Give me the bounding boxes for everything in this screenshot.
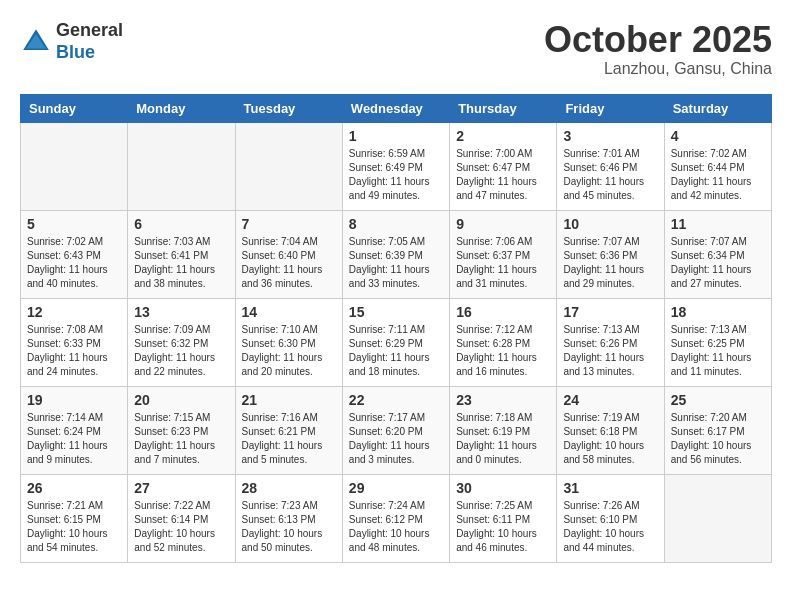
calendar-cell: 25Sunrise: 7:20 AM Sunset: 6:17 PM Dayli…: [664, 386, 771, 474]
day-info: Sunrise: 7:02 AM Sunset: 6:44 PM Dayligh…: [671, 147, 765, 203]
calendar-cell: 18Sunrise: 7:13 AM Sunset: 6:25 PM Dayli…: [664, 298, 771, 386]
calendar-cell: 5Sunrise: 7:02 AM Sunset: 6:43 PM Daylig…: [21, 210, 128, 298]
day-number: 27: [134, 480, 228, 496]
calendar-cell: 22Sunrise: 7:17 AM Sunset: 6:20 PM Dayli…: [342, 386, 449, 474]
calendar-week-row: 1Sunrise: 6:59 AM Sunset: 6:49 PM Daylig…: [21, 122, 772, 210]
day-info: Sunrise: 7:22 AM Sunset: 6:14 PM Dayligh…: [134, 499, 228, 555]
logo-icon: [20, 26, 52, 58]
day-info: Sunrise: 7:11 AM Sunset: 6:29 PM Dayligh…: [349, 323, 443, 379]
logo-general-text: General: [56, 20, 123, 40]
day-number: 15: [349, 304, 443, 320]
calendar-cell: 4Sunrise: 7:02 AM Sunset: 6:44 PM Daylig…: [664, 122, 771, 210]
day-info: Sunrise: 7:05 AM Sunset: 6:39 PM Dayligh…: [349, 235, 443, 291]
day-info: Sunrise: 7:08 AM Sunset: 6:33 PM Dayligh…: [27, 323, 121, 379]
weekday-header-thursday: Thursday: [450, 94, 557, 122]
month-title: October 2025: [544, 20, 772, 60]
calendar-week-row: 5Sunrise: 7:02 AM Sunset: 6:43 PM Daylig…: [21, 210, 772, 298]
calendar-cell: 13Sunrise: 7:09 AM Sunset: 6:32 PM Dayli…: [128, 298, 235, 386]
title-block: October 2025 Lanzhou, Gansu, China: [544, 20, 772, 78]
page-header: General Blue October 2025 Lanzhou, Gansu…: [20, 20, 772, 78]
day-number: 17: [563, 304, 657, 320]
calendar-table: SundayMondayTuesdayWednesdayThursdayFrid…: [20, 94, 772, 563]
calendar-cell: 15Sunrise: 7:11 AM Sunset: 6:29 PM Dayli…: [342, 298, 449, 386]
calendar-cell: 11Sunrise: 7:07 AM Sunset: 6:34 PM Dayli…: [664, 210, 771, 298]
weekday-header-row: SundayMondayTuesdayWednesdayThursdayFrid…: [21, 94, 772, 122]
calendar-cell: 28Sunrise: 7:23 AM Sunset: 6:13 PM Dayli…: [235, 474, 342, 562]
calendar-cell: 24Sunrise: 7:19 AM Sunset: 6:18 PM Dayli…: [557, 386, 664, 474]
day-number: 10: [563, 216, 657, 232]
day-info: Sunrise: 7:21 AM Sunset: 6:15 PM Dayligh…: [27, 499, 121, 555]
day-number: 30: [456, 480, 550, 496]
day-info: Sunrise: 7:03 AM Sunset: 6:41 PM Dayligh…: [134, 235, 228, 291]
day-info: Sunrise: 7:09 AM Sunset: 6:32 PM Dayligh…: [134, 323, 228, 379]
calendar-cell: 1Sunrise: 6:59 AM Sunset: 6:49 PM Daylig…: [342, 122, 449, 210]
day-info: Sunrise: 6:59 AM Sunset: 6:49 PM Dayligh…: [349, 147, 443, 203]
calendar-cell: 6Sunrise: 7:03 AM Sunset: 6:41 PM Daylig…: [128, 210, 235, 298]
logo-blue-text: Blue: [56, 42, 95, 62]
calendar-cell: 9Sunrise: 7:06 AM Sunset: 6:37 PM Daylig…: [450, 210, 557, 298]
day-info: Sunrise: 7:13 AM Sunset: 6:26 PM Dayligh…: [563, 323, 657, 379]
calendar-cell: [664, 474, 771, 562]
calendar-cell: [21, 122, 128, 210]
calendar-cell: 7Sunrise: 7:04 AM Sunset: 6:40 PM Daylig…: [235, 210, 342, 298]
day-number: 29: [349, 480, 443, 496]
day-number: 14: [242, 304, 336, 320]
day-info: Sunrise: 7:26 AM Sunset: 6:10 PM Dayligh…: [563, 499, 657, 555]
calendar-cell: 31Sunrise: 7:26 AM Sunset: 6:10 PM Dayli…: [557, 474, 664, 562]
day-info: Sunrise: 7:10 AM Sunset: 6:30 PM Dayligh…: [242, 323, 336, 379]
day-info: Sunrise: 7:00 AM Sunset: 6:47 PM Dayligh…: [456, 147, 550, 203]
day-info: Sunrise: 7:07 AM Sunset: 6:36 PM Dayligh…: [563, 235, 657, 291]
day-info: Sunrise: 7:15 AM Sunset: 6:23 PM Dayligh…: [134, 411, 228, 467]
day-number: 7: [242, 216, 336, 232]
day-number: 25: [671, 392, 765, 408]
calendar-cell: 29Sunrise: 7:24 AM Sunset: 6:12 PM Dayli…: [342, 474, 449, 562]
day-info: Sunrise: 7:16 AM Sunset: 6:21 PM Dayligh…: [242, 411, 336, 467]
calendar-cell: 2Sunrise: 7:00 AM Sunset: 6:47 PM Daylig…: [450, 122, 557, 210]
day-number: 3: [563, 128, 657, 144]
day-number: 20: [134, 392, 228, 408]
day-number: 23: [456, 392, 550, 408]
calendar-cell: 19Sunrise: 7:14 AM Sunset: 6:24 PM Dayli…: [21, 386, 128, 474]
day-number: 13: [134, 304, 228, 320]
calendar-week-row: 12Sunrise: 7:08 AM Sunset: 6:33 PM Dayli…: [21, 298, 772, 386]
calendar-cell: 20Sunrise: 7:15 AM Sunset: 6:23 PM Dayli…: [128, 386, 235, 474]
day-info: Sunrise: 7:14 AM Sunset: 6:24 PM Dayligh…: [27, 411, 121, 467]
day-number: 31: [563, 480, 657, 496]
location-text: Lanzhou, Gansu, China: [544, 60, 772, 78]
weekday-header-friday: Friday: [557, 94, 664, 122]
calendar-cell: 10Sunrise: 7:07 AM Sunset: 6:36 PM Dayli…: [557, 210, 664, 298]
day-number: 28: [242, 480, 336, 496]
day-info: Sunrise: 7:24 AM Sunset: 6:12 PM Dayligh…: [349, 499, 443, 555]
weekday-header-wednesday: Wednesday: [342, 94, 449, 122]
day-number: 4: [671, 128, 765, 144]
calendar-cell: 12Sunrise: 7:08 AM Sunset: 6:33 PM Dayli…: [21, 298, 128, 386]
logo: General Blue: [20, 20, 123, 63]
day-info: Sunrise: 7:25 AM Sunset: 6:11 PM Dayligh…: [456, 499, 550, 555]
calendar-cell: 3Sunrise: 7:01 AM Sunset: 6:46 PM Daylig…: [557, 122, 664, 210]
day-number: 6: [134, 216, 228, 232]
calendar-cell: 21Sunrise: 7:16 AM Sunset: 6:21 PM Dayli…: [235, 386, 342, 474]
calendar-cell: 8Sunrise: 7:05 AM Sunset: 6:39 PM Daylig…: [342, 210, 449, 298]
calendar-cell: 17Sunrise: 7:13 AM Sunset: 6:26 PM Dayli…: [557, 298, 664, 386]
day-number: 21: [242, 392, 336, 408]
day-info: Sunrise: 7:17 AM Sunset: 6:20 PM Dayligh…: [349, 411, 443, 467]
calendar-cell: 26Sunrise: 7:21 AM Sunset: 6:15 PM Dayli…: [21, 474, 128, 562]
day-info: Sunrise: 7:20 AM Sunset: 6:17 PM Dayligh…: [671, 411, 765, 467]
calendar-cell: 23Sunrise: 7:18 AM Sunset: 6:19 PM Dayli…: [450, 386, 557, 474]
calendar-week-row: 26Sunrise: 7:21 AM Sunset: 6:15 PM Dayli…: [21, 474, 772, 562]
day-number: 11: [671, 216, 765, 232]
weekday-header-tuesday: Tuesday: [235, 94, 342, 122]
day-info: Sunrise: 7:02 AM Sunset: 6:43 PM Dayligh…: [27, 235, 121, 291]
calendar-cell: 27Sunrise: 7:22 AM Sunset: 6:14 PM Dayli…: [128, 474, 235, 562]
day-number: 12: [27, 304, 121, 320]
day-number: 24: [563, 392, 657, 408]
day-info: Sunrise: 7:19 AM Sunset: 6:18 PM Dayligh…: [563, 411, 657, 467]
day-info: Sunrise: 7:12 AM Sunset: 6:28 PM Dayligh…: [456, 323, 550, 379]
day-info: Sunrise: 7:23 AM Sunset: 6:13 PM Dayligh…: [242, 499, 336, 555]
weekday-header-sunday: Sunday: [21, 94, 128, 122]
day-number: 9: [456, 216, 550, 232]
weekday-header-saturday: Saturday: [664, 94, 771, 122]
day-info: Sunrise: 7:18 AM Sunset: 6:19 PM Dayligh…: [456, 411, 550, 467]
day-number: 18: [671, 304, 765, 320]
day-number: 8: [349, 216, 443, 232]
